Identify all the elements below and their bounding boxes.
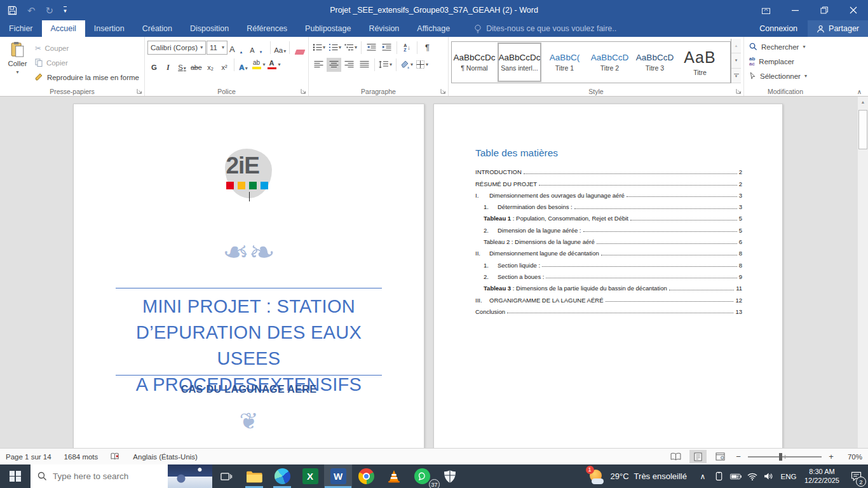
page-indicator[interactable]: Page 1 sur 14: [6, 453, 51, 461]
increase-indent-button[interactable]: [379, 41, 394, 55]
share-button[interactable]: Partager: [808, 20, 868, 37]
toc-entry[interactable]: 2.Dimension de la lagune aérée :5: [484, 222, 742, 233]
scroll-up-icon[interactable]: ▲: [858, 97, 868, 107]
italic-button[interactable]: I: [161, 58, 175, 72]
volume-icon[interactable]: [761, 472, 777, 480]
file-explorer-button[interactable]: [240, 464, 268, 488]
find-button[interactable]: Rechercher ▾: [747, 39, 824, 54]
show-paragraph-marks-button[interactable]: ¶: [420, 41, 435, 55]
bullet-list-button[interactable]: ▾: [311, 41, 327, 55]
toc-entry[interactable]: 1.Détermination des besoins :3: [484, 199, 742, 210]
cut-button[interactable]: ✂ Couper: [32, 41, 142, 55]
read-mode-button[interactable]: [667, 450, 684, 463]
document-area[interactable]: 2iE ❧❧ MINI PROJET : STATION D’EPURATION…: [0, 97, 868, 448]
task-view-button[interactable]: [212, 464, 240, 488]
style-titre-3[interactable]: AaBbCcDTitre 3: [632, 42, 677, 83]
wifi-icon[interactable]: [744, 473, 761, 480]
cover-title[interactable]: MINI PROJET : STATION D’EPURATION DES EA…: [109, 294, 389, 398]
justify-button[interactable]: [357, 58, 372, 72]
language-tray[interactable]: ENG: [777, 473, 800, 480]
style-titre[interactable]: AaBTitre: [677, 42, 722, 83]
toc-entry[interactable]: Tableau 3 : Dimensions de la partie liqu…: [484, 280, 742, 292]
start-button[interactable]: [0, 464, 31, 488]
grow-font-button[interactable]: A▴: [228, 41, 248, 55]
word-button[interactable]: W: [324, 464, 352, 488]
tab-références[interactable]: Références: [238, 20, 296, 37]
tab-fichier[interactable]: Fichier: [0, 20, 42, 37]
toc-entry[interactable]: 2.Section a boues :9: [484, 269, 742, 280]
align-center-button[interactable]: [327, 58, 341, 72]
multilevel-list-button[interactable]: ▾: [343, 41, 358, 55]
print-layout-button[interactable]: [689, 450, 707, 463]
paragraph-dialog-launcher[interactable]: [440, 88, 446, 94]
replace-button[interactable]: abac Remplacer: [747, 54, 824, 69]
toc-entry[interactable]: 1.Section liquide :8: [484, 257, 742, 268]
restore-button[interactable]: [810, 0, 839, 20]
action-center-button[interactable]: 2: [844, 464, 868, 488]
zoom-in-button[interactable]: +: [827, 452, 836, 461]
bold-button[interactable]: G: [147, 58, 161, 72]
font-size-combo[interactable]: 11 ▾: [207, 41, 227, 55]
toc-heading[interactable]: Table des matières: [475, 147, 742, 159]
highlight-color-button[interactable]: ab: [251, 58, 262, 72]
format-painter-button[interactable]: Reproduire la mise en forme: [32, 70, 142, 85]
whatsapp-button[interactable]: 37: [408, 464, 436, 488]
shrink-font-button[interactable]: A▾: [248, 41, 268, 55]
tab-insertion[interactable]: Insertion: [85, 20, 133, 37]
redo-icon[interactable]: ↻: [46, 6, 54, 15]
style-gallery-more-icon[interactable]: ▾: [731, 69, 741, 83]
strikethrough-button[interactable]: abe: [189, 58, 203, 72]
defender-button[interactable]: [436, 464, 464, 488]
change-case-button[interactable]: Aa▾: [273, 41, 287, 55]
zoom-slider[interactable]: [748, 456, 822, 458]
decrease-indent-button[interactable]: [364, 41, 379, 55]
style-gallery-down-icon[interactable]: ▾: [731, 53, 741, 68]
search-input[interactable]: [47, 471, 168, 481]
style-titre-2[interactable]: AaBbCcDTitre 2: [587, 42, 632, 83]
borders-button[interactable]: ▾: [415, 58, 430, 72]
close-button[interactable]: [839, 0, 868, 20]
scrollbar-thumb[interactable]: [858, 110, 867, 149]
select-button[interactable]: Sélectionner ▾: [747, 69, 824, 83]
superscript-button[interactable]: x²: [218, 58, 231, 72]
numbered-list-button[interactable]: ▾: [327, 41, 342, 55]
toc-entry[interactable]: I.Dimensionnement des ouvrages du laguna…: [475, 187, 742, 199]
tab-révision[interactable]: Révision: [360, 20, 408, 37]
subscript-button[interactable]: x₂: [204, 58, 217, 72]
zoom-level[interactable]: 70%: [841, 453, 862, 461]
zoom-out-button[interactable]: −: [734, 452, 743, 461]
zoom-slider-thumb[interactable]: [779, 453, 782, 461]
edge-button[interactable]: [268, 464, 296, 488]
minimize-button[interactable]: [780, 0, 810, 20]
style--normal[interactable]: AaBbCcDc¶ Normal: [452, 42, 497, 83]
font-name-combo[interactable]: Calibri (Corps) ▾: [147, 41, 206, 55]
vertical-scrollbar[interactable]: ▲: [857, 97, 868, 448]
tab-publipostage[interactable]: Publipostage: [296, 20, 360, 37]
clipboard-dialog-launcher[interactable]: [137, 88, 142, 94]
toc-entry[interactable]: III.ORGANIGRAMME DE LA LAGUNE AÉRÉ12: [475, 292, 742, 303]
align-left-button[interactable]: [311, 58, 326, 72]
ribbon-display-options-icon[interactable]: [751, 0, 780, 20]
paste-button[interactable]: Coller ▾: [3, 39, 32, 86]
language-indicator[interactable]: Anglais (États-Unis): [133, 453, 198, 461]
undo-icon[interactable]: ↶: [27, 6, 36, 15]
clock[interactable]: 8:30 AM 12/22/2025: [800, 468, 844, 485]
line-spacing-button[interactable]: ▾: [377, 58, 393, 72]
cover-subtitle[interactable]: CAS DU LAGUNAGE AERE: [74, 384, 424, 395]
tab-disposition[interactable]: Disposition: [181, 20, 238, 37]
tab-affichage[interactable]: Affichage: [408, 20, 459, 37]
word-count[interactable]: 1684 mots: [64, 453, 98, 461]
taskbar-search-box[interactable]: [31, 464, 212, 488]
battery-icon[interactable]: [728, 473, 744, 480]
tab-création[interactable]: Création: [133, 20, 181, 37]
toc-entry[interactable]: RÉSUMÉ DU PROJET2: [475, 175, 742, 187]
font-dialog-launcher[interactable]: [301, 88, 306, 94]
web-layout-button[interactable]: [712, 450, 729, 463]
style-sans-interl-[interactable]: AaBbCcDcSans interl...: [497, 42, 542, 83]
shading-button[interactable]: ▾: [399, 58, 414, 72]
align-right-button[interactable]: [342, 58, 356, 72]
underline-button[interactable]: S▾: [175, 58, 189, 72]
clear-formatting-button[interactable]: [292, 41, 306, 55]
collapse-ribbon-icon[interactable]: ∧: [857, 88, 862, 95]
toc-entry[interactable]: INTRODUCTION2: [475, 164, 742, 175]
